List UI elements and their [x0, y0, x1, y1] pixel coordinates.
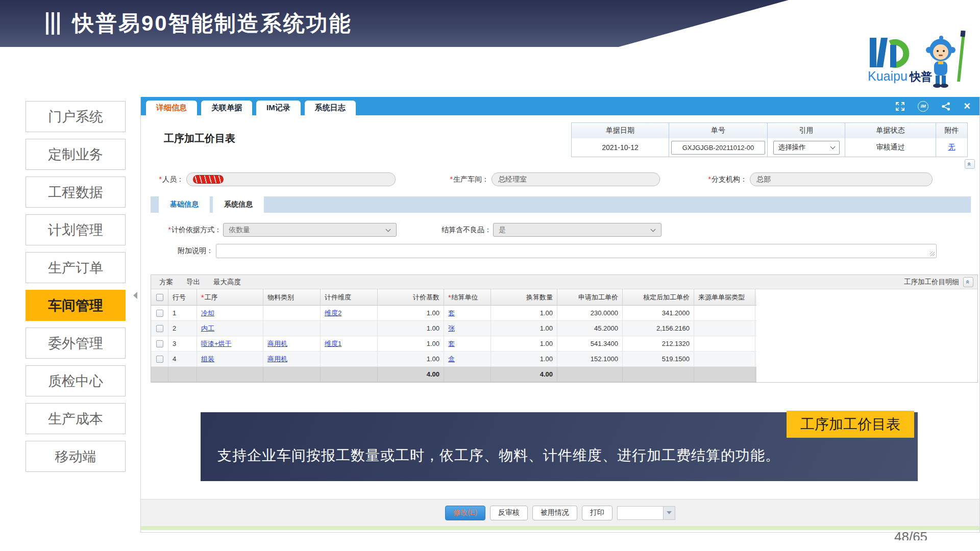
footer-button-1[interactable]: 修改(E): [445, 506, 485, 520]
grid-toolbar: 方案导出最大高度: [151, 278, 241, 287]
sidebar-item-8[interactable]: 质检中心: [26, 365, 126, 396]
cell-link[interactable]: 维度2: [325, 309, 341, 318]
info-header-5: 附件: [936, 123, 967, 138]
cell: 1.00: [378, 306, 444, 320]
doc-info-headers: 单据日期单号引用单据状态附件: [572, 123, 967, 138]
dropdown-arrow-box[interactable]: [663, 507, 675, 519]
resize-handle-icon[interactable]: [930, 252, 935, 256]
cell: 4: [168, 352, 197, 366]
cell: 1.00: [491, 306, 557, 320]
row-checkbox[interactable]: [156, 310, 163, 317]
cell: 盒: [444, 352, 491, 366]
attachment-link[interactable]: 无: [948, 143, 955, 152]
collapse-up-icon: «: [965, 280, 971, 284]
sidebar-item-9[interactable]: 生产成本: [26, 403, 126, 434]
table-row: 4组装商用机1.00盒1.00152.1000519.1500: [151, 352, 756, 367]
collapse-grid-button[interactable]: «: [963, 277, 973, 287]
person-input[interactable]: [186, 172, 396, 186]
row-checkbox[interactable]: [156, 325, 163, 332]
grid-toolbar-item-2[interactable]: 导出: [186, 278, 200, 287]
subtab-1[interactable]: 基础信息: [159, 196, 210, 213]
cell: [321, 321, 378, 336]
cell-link[interactable]: 套: [448, 339, 455, 348]
doc-number-input[interactable]: GXJGJGB-20211012-00: [671, 141, 765, 155]
subtab-2[interactable]: 系统信息: [213, 196, 264, 213]
chevron-down-icon: [651, 227, 656, 232]
total-cell: [444, 367, 491, 382]
tab-4[interactable]: 系统日志: [305, 101, 356, 115]
table-row: 1冷却维度21.00套1.00230.0000341.2000: [151, 306, 756, 321]
grid-toolbar-item-1[interactable]: 方案: [159, 278, 173, 287]
cell-link[interactable]: 张: [448, 324, 455, 333]
cell-link[interactable]: 套: [448, 309, 455, 318]
cell-link[interactable]: 冷却: [201, 309, 214, 318]
collapse-header-button[interactable]: «: [965, 159, 975, 169]
total-cell: [694, 367, 755, 382]
close-icon[interactable]: ×: [964, 101, 970, 112]
ref-action-select[interactable]: 选择操作: [773, 141, 840, 155]
person-label: 人员：: [162, 175, 184, 183]
cell-link[interactable]: 维度1: [325, 339, 341, 348]
workshop-label: 生产车间：: [453, 175, 489, 183]
slide-header: 快普易90智能制造系统功能: [0, 0, 980, 47]
sidebar-item-5[interactable]: 生产订单: [26, 252, 126, 283]
im-icon[interactable]: IM: [918, 101, 928, 112]
basis-select[interactable]: 依数量: [223, 223, 397, 237]
cell: 341.2000: [623, 306, 694, 320]
cell: [151, 306, 168, 320]
workshop-input[interactable]: 总经理室: [492, 172, 660, 186]
grid-col-11: 来源单单据类型: [694, 289, 755, 305]
defect-label: 结算含不良品：: [442, 226, 492, 234]
cell: 商用机: [263, 352, 321, 366]
info-header-2: 单号: [669, 123, 767, 138]
cell-link[interactable]: 盒: [448, 355, 455, 364]
print-template-select[interactable]: [617, 506, 675, 520]
sidebar-item-6[interactable]: 车间管理: [26, 290, 126, 321]
grid-col-8: 换算数量: [491, 289, 557, 305]
cell: [694, 336, 755, 351]
cell: 套: [444, 336, 491, 351]
table-total-row: 4.004.00: [151, 367, 756, 382]
grid-toolbar-item-3[interactable]: 最大高度: [213, 278, 241, 287]
sidebar-item-10[interactable]: 移动端: [26, 441, 126, 472]
tab-1[interactable]: 详细信息: [146, 101, 197, 115]
share-icon[interactable]: [942, 102, 950, 111]
cell-link[interactable]: 商用机: [267, 355, 287, 364]
tab-2[interactable]: 关联单据: [201, 101, 252, 115]
cell: [263, 306, 321, 320]
footer-button-2[interactable]: 反审核: [490, 506, 528, 520]
grid-rows: 1冷却维度21.00套1.00230.0000341.20002内工1.00张1…: [151, 306, 977, 382]
fullscreen-icon[interactable]: [896, 102, 904, 111]
footer-button-3[interactable]: 被用情况: [532, 506, 577, 520]
cell-link[interactable]: 内工: [201, 324, 214, 333]
defect-select[interactable]: 是: [493, 223, 662, 237]
sidebar-item-7[interactable]: 委外管理: [26, 328, 126, 359]
sidebar-item-3[interactable]: 工程数据: [26, 177, 126, 208]
header-checkbox[interactable]: [156, 294, 163, 301]
panel-collapse-arrow-icon[interactable]: [133, 292, 137, 299]
sidebar-item-4[interactable]: 计划管理: [26, 214, 126, 245]
chevron-down-icon: [386, 227, 391, 232]
ref-action-value: 选择操作: [778, 143, 806, 152]
sidebar-item-1[interactable]: 门户系统: [26, 101, 126, 132]
chevron-down-icon: [830, 144, 835, 149]
cell-link[interactable]: 商用机: [267, 339, 287, 348]
page-number: 48/65: [894, 529, 927, 540]
total-cell: [151, 367, 168, 382]
cell-link[interactable]: 喷漆+烘干: [201, 339, 232, 348]
sidebar-item-2[interactable]: 定制业务: [26, 139, 126, 170]
branch-input[interactable]: 总部: [750, 172, 933, 186]
footer-button-4[interactable]: 打印: [582, 506, 612, 520]
cell: [694, 352, 755, 366]
cell: 冷却: [197, 306, 263, 320]
note-input[interactable]: [216, 244, 937, 258]
cell: 3: [168, 336, 197, 351]
tab-3[interactable]: IM记录: [256, 101, 301, 115]
cell: 519.1500: [623, 352, 694, 366]
cell-link[interactable]: 组装: [201, 355, 214, 364]
cell: 1.00: [491, 352, 557, 366]
row-checkbox[interactable]: [156, 356, 163, 363]
feature-tag: 工序加工价目表: [787, 411, 914, 438]
dropdown-arrow-icon: [667, 511, 672, 514]
row-checkbox[interactable]: [156, 340, 163, 347]
